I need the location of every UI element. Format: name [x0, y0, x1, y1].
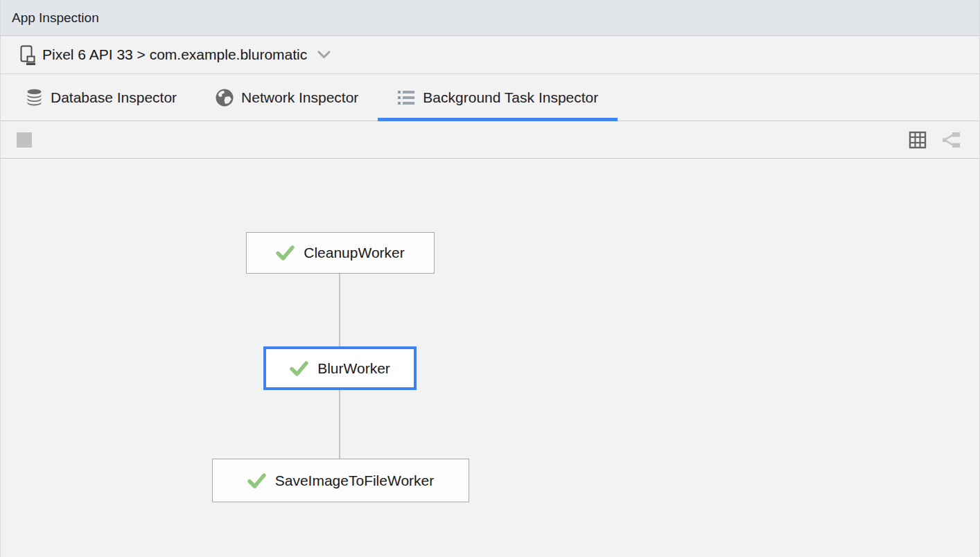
work-graph-canvas[interactable]: CleanupWorker BlurWorker SaveImageToFile… — [1, 159, 979, 554]
tab-label: Database Inspector — [51, 89, 177, 106]
table-view-icon — [909, 131, 927, 149]
device-icon — [19, 44, 37, 66]
worker-node-label: BlurWorker — [317, 360, 390, 377]
inspector-tabs: Database Inspector Network Inspector Bac… — [1, 74, 979, 121]
success-check-icon — [276, 245, 295, 260]
graph-view-icon — [941, 132, 961, 148]
worker-node-cleanupworker[interactable]: CleanupWorker — [246, 232, 435, 274]
inspector-toolbar — [1, 121, 979, 159]
edge-cleanup-to-blur — [339, 274, 340, 347]
list-icon — [397, 89, 415, 106]
panel-title: App Inspection — [12, 10, 99, 26]
panel-header: App Inspection — [1, 0, 979, 36]
database-icon — [26, 89, 43, 107]
worker-node-label: CleanupWorker — [304, 245, 405, 261]
success-check-icon — [247, 473, 266, 488]
tab-database-inspector[interactable]: Database Inspector — [6, 74, 196, 121]
chevron-down-icon — [317, 51, 331, 59]
tab-network-inspector[interactable]: Network Inspector — [196, 74, 378, 121]
table-view-button[interactable] — [906, 128, 929, 152]
worker-node-label: SaveImageToFileWorker — [275, 472, 435, 489]
graph-view-button[interactable] — [939, 128, 963, 152]
edge-blur-to-save — [339, 389, 340, 459]
tab-label: Background Task Inspector — [423, 89, 598, 106]
stop-icon[interactable] — [17, 132, 32, 148]
globe-icon — [216, 89, 234, 107]
tab-label: Network Inspector — [241, 89, 358, 106]
worker-node-saveimagetofileworker[interactable]: SaveImageToFileWorker — [212, 459, 469, 502]
device-process-label: Pixel 6 API 33 > com.example.bluromatic — [42, 46, 307, 63]
success-check-icon — [290, 361, 308, 376]
device-process-selector[interactable]: Pixel 6 API 33 > com.example.bluromatic — [1, 36, 979, 74]
worker-node-blurworker[interactable]: BlurWorker — [263, 346, 417, 390]
tab-background-task-inspector[interactable]: Background Task Inspector — [378, 74, 618, 121]
